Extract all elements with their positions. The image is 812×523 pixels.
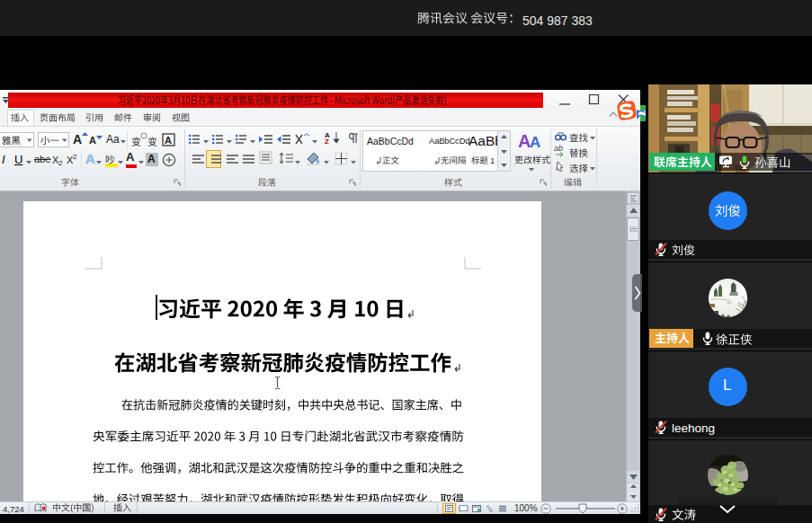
svg-text:A: A xyxy=(165,135,172,146)
